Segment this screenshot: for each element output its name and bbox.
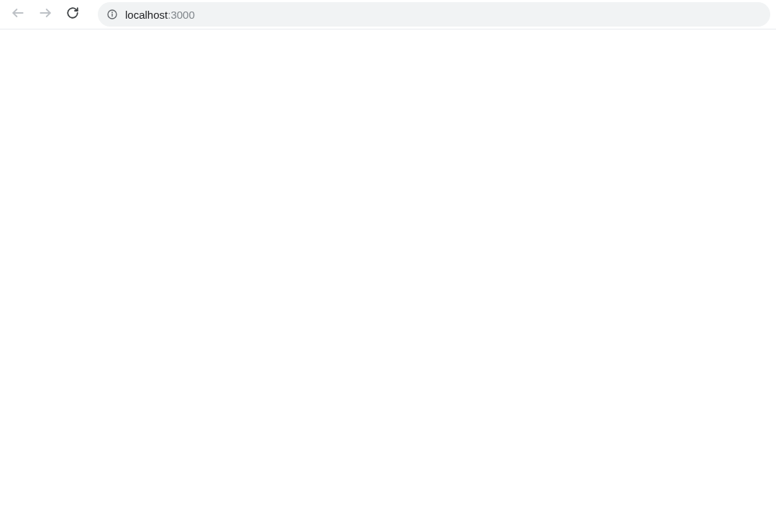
forward-button[interactable]	[33, 2, 58, 27]
back-button[interactable]	[6, 2, 30, 27]
browser-toolbar: localhost:3000	[0, 0, 776, 29]
svg-point-4	[112, 12, 113, 13]
reload-button[interactable]	[60, 2, 85, 27]
url-host: localhost	[125, 9, 168, 21]
url-port: 3000	[170, 9, 194, 21]
reload-icon	[66, 6, 79, 22]
site-info-icon[interactable]	[106, 9, 118, 20]
arrow-left-icon	[11, 6, 25, 23]
page-content	[0, 29, 776, 532]
url-display: localhost:3000	[125, 9, 195, 21]
address-bar[interactable]: localhost:3000	[98, 2, 770, 27]
arrow-right-icon	[38, 6, 53, 23]
